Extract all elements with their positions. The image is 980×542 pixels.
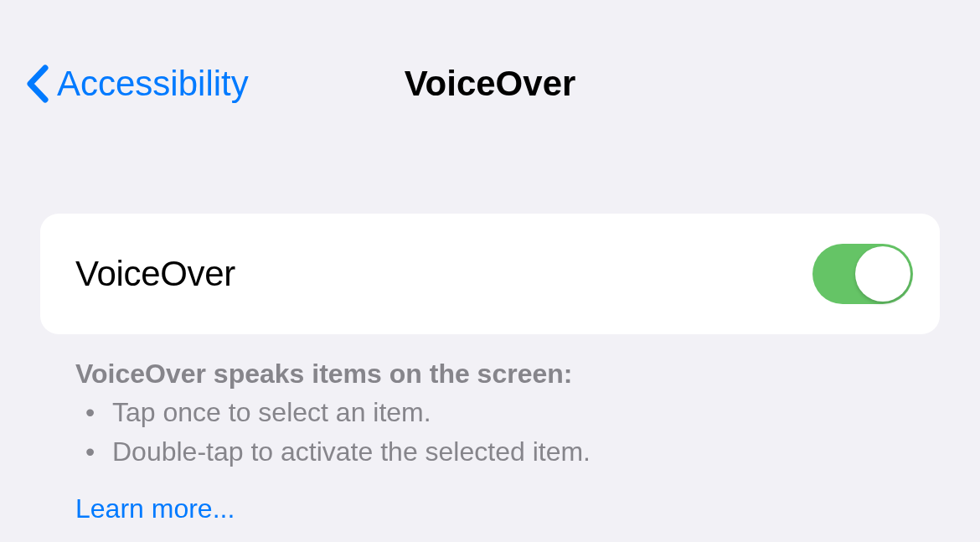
back-label: Accessibility: [57, 64, 249, 104]
chevron-left-icon: [25, 65, 49, 103]
page-title: VoiceOver: [405, 64, 576, 104]
voiceover-toggle[interactable]: [812, 244, 913, 304]
description-heading: VoiceOver speaks items on the screen:: [75, 354, 940, 393]
bullet-item: Tap once to select an item.: [75, 393, 940, 431]
voiceover-row: VoiceOver: [40, 214, 940, 334]
content-area: VoiceOver VoiceOver speaks items on the …: [0, 117, 980, 529]
back-button[interactable]: Accessibility: [25, 64, 249, 104]
toggle-knob: [855, 246, 910, 302]
description-block: VoiceOver speaks items on the screen: Ta…: [40, 334, 940, 529]
voiceover-label: VoiceOver: [75, 254, 235, 294]
learn-more-link[interactable]: Learn more...: [75, 489, 235, 528]
bullet-item: Double-tap to activate the selected item…: [75, 432, 940, 471]
description-bullets: Tap once to select an item. Double-tap t…: [75, 393, 940, 471]
navigation-bar: Accessibility VoiceOver: [0, 0, 980, 117]
